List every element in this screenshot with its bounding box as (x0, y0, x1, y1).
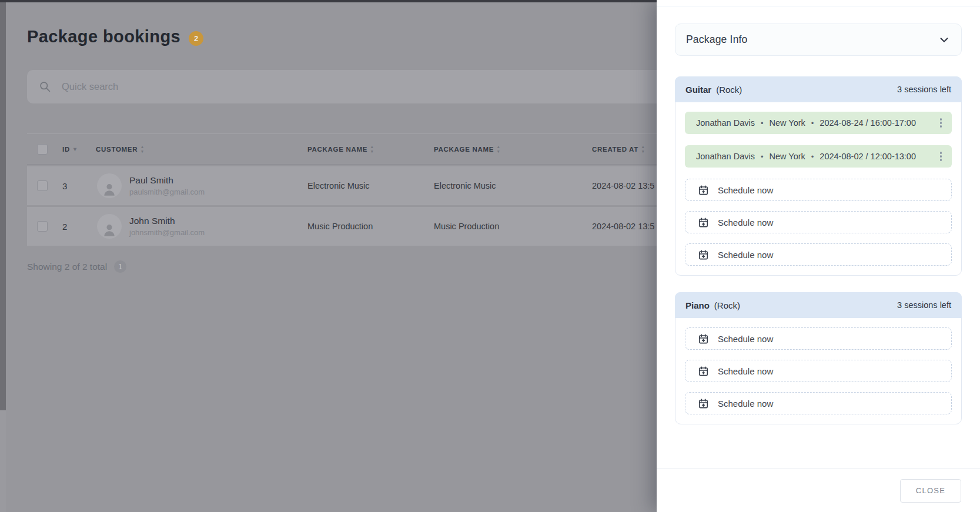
group-name: Guitar (685, 85, 711, 95)
calendar-plus-icon (698, 366, 709, 377)
sessions-left-label: 3 sessions left (897, 85, 951, 94)
accordion-title: Package Info (686, 34, 748, 46)
schedule-now-button[interactable]: Schedule now (685, 360, 952, 382)
group-header: Guitar (Rock) 3 sessions left (675, 76, 962, 102)
bullet-separator: • (761, 119, 764, 128)
booked-session-chip: Jonathan Davis • New York • 2024-08-02 /… (685, 145, 952, 168)
package-info-accordion[interactable]: Package Info (675, 24, 962, 56)
schedule-now-button[interactable]: Schedule now (685, 243, 952, 266)
session-teacher: Jonathan Davis (696, 152, 755, 161)
package-info-drawer: Package Info Guitar (Rock) 3 sessions le… (657, 0, 980, 512)
kebab-menu-icon[interactable] (937, 116, 945, 130)
session-location: New York (770, 152, 805, 161)
group-header: Piano (Rock) 3 sessions left (675, 292, 962, 318)
group-card-piano: Piano (Rock) 3 sessions left Schedule no… (675, 292, 962, 424)
schedule-now-button[interactable]: Schedule now (685, 179, 952, 201)
bullet-separator: • (811, 119, 814, 128)
group-name: Piano (685, 300, 710, 310)
session-location: New York (770, 118, 805, 128)
calendar-plus-icon (698, 185, 709, 196)
group-genre: (Rock) (716, 85, 742, 95)
calendar-plus-icon (698, 398, 709, 409)
drawer-backdrop[interactable] (0, 0, 657, 512)
close-button[interactable]: CLOSE (900, 479, 961, 503)
calendar-plus-icon (698, 217, 709, 228)
drawer-body: Package Info Guitar (Rock) 3 sessions le… (657, 0, 980, 469)
group-card-guitar: Guitar (Rock) 3 sessions left Jonathan D… (675, 76, 962, 276)
schedule-now-button[interactable]: Schedule now (685, 327, 952, 350)
kebab-menu-icon[interactable] (937, 149, 945, 163)
calendar-plus-icon (698, 249, 709, 260)
bullet-separator: • (811, 152, 814, 161)
schedule-now-button[interactable]: Schedule now (685, 392, 952, 414)
schedule-now-button[interactable]: Schedule now (685, 211, 952, 233)
booked-session-chip: Jonathan Davis • New York • 2024-08-24 /… (685, 112, 952, 134)
bullet-separator: • (761, 152, 764, 161)
session-teacher: Jonathan Davis (696, 118, 755, 128)
calendar-plus-icon (698, 333, 709, 344)
sessions-left-label: 3 sessions left (897, 300, 951, 310)
chevron-down-icon (938, 34, 951, 46)
session-datetime: 2024-08-02 / 12:00-13:00 (820, 152, 916, 161)
group-genre: (Rock) (714, 300, 740, 310)
drawer-footer: CLOSE (657, 469, 980, 512)
session-datetime: 2024-08-24 / 16:00-17:00 (820, 118, 916, 128)
